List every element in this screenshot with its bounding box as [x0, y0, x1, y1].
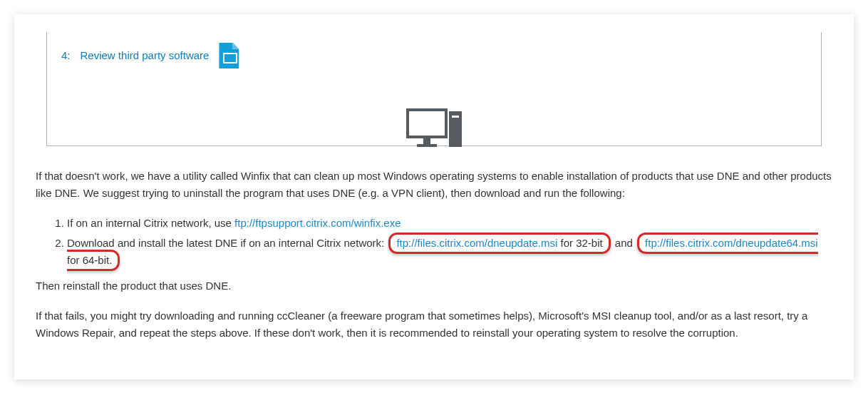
- list-text: Download and install the latest DNE if o…: [67, 237, 387, 249]
- list-text: for 64-bit.: [67, 254, 112, 266]
- tower-icon: [449, 111, 462, 147]
- paragraph-fallback: If that fails, you might try downloading…: [36, 307, 832, 342]
- list-text: and: [612, 237, 636, 249]
- list-item: If on an internal Citrix network, use ft…: [67, 215, 832, 232]
- dne-64bit-link[interactable]: ftp://files.citrix.com/dneupdate64.msi: [645, 237, 818, 249]
- document-icon: [219, 43, 239, 68]
- steps-list: If on an internal Citrix network, use ft…: [57, 215, 832, 269]
- step-row: 4: Review third party software: [61, 43, 807, 68]
- computer-icon: [406, 108, 462, 147]
- step-number: 4:: [61, 47, 71, 64]
- list-item: Download and install the latest DNE if o…: [67, 235, 832, 269]
- list-text: for 32-bit: [557, 237, 602, 249]
- monitor-icon: [406, 108, 448, 147]
- paragraph-then: Then reinstall the product that uses DNE…: [36, 277, 832, 295]
- dne-32bit-link[interactable]: ftp://files.citrix.com/dneupdate.msi: [396, 237, 557, 249]
- step-outline-box: 4: Review third party software: [46, 32, 822, 146]
- article-card: 4: Review third party software If that d…: [14, 14, 854, 379]
- paragraph-intro: If that doesn't work, we have a utility …: [36, 168, 832, 202]
- step-label: Review third party software: [81, 47, 210, 64]
- list-text: If on an internal Citrix network, use: [67, 217, 234, 229]
- highlight-32bit: ftp://files.citrix.com/dneupdate.msi for…: [388, 233, 610, 254]
- winfix-link[interactable]: ftp://ftpsupport.citrix.com/winfix.exe: [234, 217, 401, 229]
